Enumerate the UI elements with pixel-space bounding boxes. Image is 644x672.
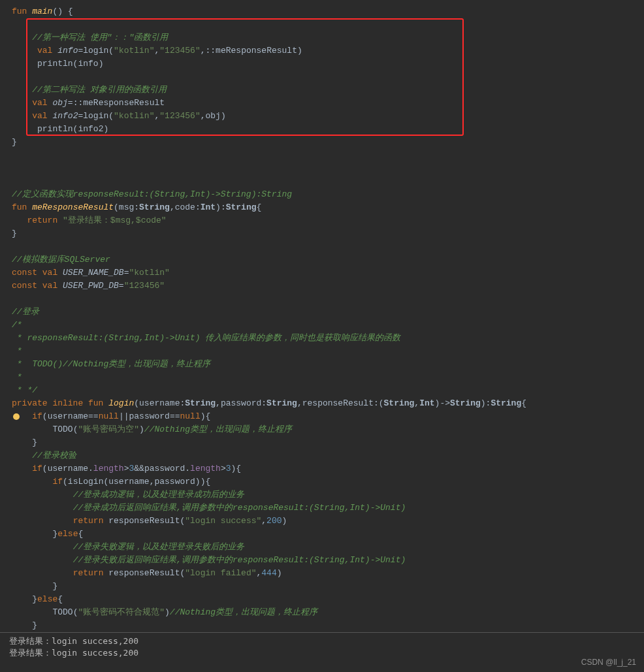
keyword-if: if — [52, 477, 63, 487]
brace-close: } — [12, 137, 17, 147]
todo-call: TODO( — [52, 424, 78, 434]
var-info: info — [57, 46, 78, 56]
text: ,obj) — [201, 111, 226, 121]
text: ,responseResult:( — [297, 398, 384, 408]
todo-call: TODO( — [52, 607, 78, 617]
const-user-pwd-db: USER_PWD_DB — [63, 281, 119, 291]
prop-length: length — [190, 464, 221, 473]
keyword-val: val — [32, 111, 47, 121]
type: String — [384, 398, 415, 408]
number: 3 — [226, 464, 231, 473]
keyword-return: return — [73, 516, 104, 526]
comment: //登录失败后返回响应结果,调用参数中的responseResult:(Stri… — [73, 555, 406, 565]
type: Int — [419, 398, 434, 408]
var-info2: info2 — [52, 111, 78, 121]
text: =login( — [78, 111, 114, 121]
text: (isLogin(username,password)){ — [63, 477, 210, 487]
number: 444 — [261, 568, 276, 578]
string: "kotlin" — [114, 111, 154, 121]
comment: //第二种写法 对象引用的函数引用 — [32, 85, 166, 95]
comment: //模拟数据库SQLServer — [12, 255, 110, 264]
keyword-else: else — [57, 529, 78, 539]
text: ){ — [201, 411, 211, 421]
string: "login failed" — [185, 568, 256, 578]
brace: { — [78, 529, 83, 539]
text: ,::meResponseResult) — [201, 46, 302, 56]
comment: //定义函数实现responseResult:(String,Int)->Str… — [12, 189, 292, 199]
type: String — [266, 398, 297, 408]
type-string: String — [226, 202, 257, 212]
keyword-val: val — [37, 46, 52, 56]
text: ||password== — [119, 411, 180, 421]
brace: { — [521, 398, 526, 408]
op: > — [221, 464, 226, 473]
text: &&password. — [134, 464, 190, 473]
keyword-if: if — [32, 411, 42, 421]
const-user-name-db: USER_NAME_DB — [63, 268, 124, 278]
string: "123456" — [159, 111, 200, 121]
text: (username. — [42, 464, 93, 473]
keyword-private-inline-fun: private inline fun — [12, 398, 103, 408]
console-line: 登录结果：login success,200 — [9, 647, 644, 659]
comment: //登录校验 — [32, 451, 76, 460]
text: ): — [481, 398, 491, 408]
type: String — [450, 398, 481, 408]
comment: //Nothing类型，出现问题，终止程序 — [144, 424, 292, 434]
string: "kotlin" — [129, 268, 169, 278]
comment: //登录 — [12, 307, 39, 317]
code-editor[interactable]: fun main() { //第一种写法 使用"：："函数引用 val info… — [0, 0, 644, 632]
console-line: 登录结果：login success,200 — [9, 635, 644, 647]
brace-close: } — [32, 438, 37, 447]
keyword-fun: fun — [12, 7, 27, 16]
paren: ) — [277, 568, 282, 578]
console-output[interactable]: 登录结果：login success,200 登录结果：login succes… — [0, 632, 644, 664]
fn-main: main — [32, 7, 52, 16]
keyword-const-val: const val — [12, 268, 57, 278]
keyword-return: return — [73, 568, 104, 578]
watermark: CSDN @ll_j_21 — [581, 656, 636, 664]
fn-login: login — [108, 398, 134, 408]
block-comment: * responseResult:(String,Int)->Unit) 传入响… — [12, 333, 400, 343]
brace-close: } — [12, 229, 17, 238]
keyword-if: if — [32, 464, 42, 473]
keyword-return: return — [27, 216, 57, 225]
text: =login( — [78, 46, 114, 56]
text: ,password: — [216, 398, 266, 408]
string: "123456" — [124, 281, 165, 291]
block-comment-end: * */ — [12, 385, 37, 395]
brace-close: } — [52, 581, 57, 591]
text: , — [414, 398, 419, 408]
keyword-const-val: const val — [12, 281, 57, 291]
type: String — [491, 398, 521, 408]
brace-close: } — [32, 594, 37, 604]
keyword-null: null — [99, 411, 119, 421]
string: "账号密码为空" — [78, 424, 139, 434]
fn-meResponseResult: meResponseResult — [32, 202, 114, 212]
text: ,code: — [170, 202, 201, 212]
comment: //第一种写法 使用"：："函数引用 — [32, 33, 168, 42]
text: ): — [216, 202, 226, 212]
text: ){ — [231, 464, 242, 473]
comment: //登录失败逻辑，以及处理登录失败后的业务 — [73, 542, 245, 552]
var-obj: obj — [52, 98, 67, 108]
text: =::meResponseResult — [68, 98, 165, 108]
eq: = — [119, 281, 124, 291]
keyword-fun: fun — [12, 202, 27, 212]
comment: //登录成功逻辑，以及处理登录成功后的业务 — [73, 490, 245, 500]
warning-icon[interactable] — [13, 413, 20, 420]
text: () { — [52, 7, 72, 16]
number: 200 — [266, 516, 282, 526]
paren: (username: — [134, 398, 185, 408]
text: (username== — [42, 411, 99, 421]
string: "登录结果：$msg,$code" — [63, 216, 167, 225]
string: "账号密码不符合规范" — [78, 607, 165, 617]
fn-call: responseResult( — [103, 568, 185, 578]
fn-call: responseResult( — [103, 516, 185, 526]
block-comment: * — [12, 372, 22, 382]
paren: ) — [282, 516, 287, 526]
paren: ) — [139, 424, 144, 434]
comma: , — [261, 516, 266, 526]
block-comment: * — [12, 346, 22, 356]
keyword-null: null — [180, 411, 201, 421]
comment: //Nothing类型，出现问题，终止程序 — [170, 607, 317, 617]
